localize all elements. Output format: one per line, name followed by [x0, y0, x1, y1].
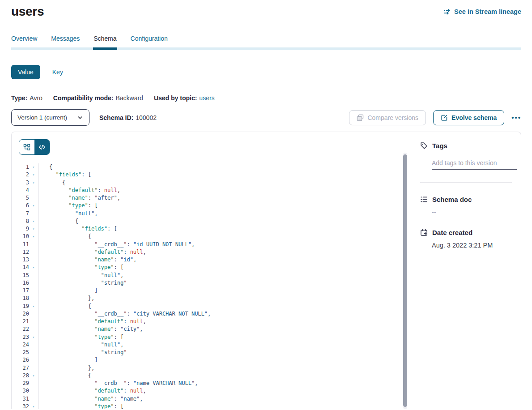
code-line[interactable]: 12 "default": null, [12, 248, 411, 256]
fold-spacer [29, 380, 38, 387]
code-line[interactable]: 17 ] [12, 287, 411, 295]
stream-lineage-link[interactable]: See in Stream lineage [443, 8, 521, 15]
code-line[interactable]: 10▾ { [12, 233, 411, 240]
code-line[interactable]: 15 "null", [12, 272, 411, 279]
fold-toggle-icon[interactable]: ▾ [29, 202, 38, 209]
more-actions-menu[interactable]: ••• [511, 114, 521, 121]
fold-toggle-icon[interactable]: ▾ [29, 233, 38, 240]
code-view-icon [38, 144, 46, 151]
schema-meta-row: Type:Avro Compatibility mode:Backward Us… [11, 94, 521, 102]
tab-underline-track [11, 47, 521, 50]
tree-view-button[interactable] [19, 140, 34, 154]
fold-spacer [29, 241, 38, 248]
code-line[interactable]: 19▾ { [12, 303, 411, 310]
evolve-schema-button[interactable]: Evolve schema [433, 110, 504, 125]
fold-toggle-icon[interactable]: ▾ [29, 163, 38, 171]
schema-editor: 1▾{2▾ "fields": [3▾ {4 "default": null,5… [12, 132, 411, 409]
code-line[interactable]: 3▾ { [12, 179, 411, 187]
code-line[interactable]: 11 "__crdb__": "id UUID NOT NULL", [12, 241, 411, 248]
fold-toggle-icon[interactable]: ▾ [29, 333, 38, 341]
tab-configuration[interactable]: Configuration [131, 35, 168, 47]
code-line[interactable]: 9▾ "fields": [ [12, 225, 411, 233]
code-line[interactable]: 31 "name": "name", [12, 395, 411, 403]
key-toggle-button[interactable]: Key [52, 68, 63, 76]
code-line[interactable]: 2▾ "fields": [ [12, 171, 411, 179]
date-created-section: Date created Aug. 3 2022 3:21 PM [420, 229, 512, 249]
fold-toggle-icon[interactable]: ▾ [29, 372, 38, 380]
compare-versions-icon [357, 114, 364, 121]
version-bar: Version 1 (current) Schema ID:100002 Com… [11, 109, 521, 126]
fold-spacer [29, 310, 38, 318]
fold-spacer [29, 325, 38, 333]
code-line[interactable]: 20 "__crdb__": "city VARCHAR NOT NULL", [12, 310, 411, 318]
tab-schema[interactable]: Schema [94, 35, 116, 47]
fold-toggle-icon[interactable]: ▾ [29, 171, 38, 179]
value-key-toggle: Value Key [11, 65, 521, 79]
code-line[interactable]: 5 "name": "after", [12, 194, 411, 202]
details-sidebar: Tags Schema doc -- [411, 132, 521, 409]
code-line[interactable]: 4 "default": null, [12, 187, 411, 194]
fold-toggle-icon[interactable]: ▾ [29, 179, 38, 187]
code-line[interactable]: 8▾ { [12, 218, 411, 225]
code-line[interactable]: 32▾ "type": [ [12, 403, 411, 409]
value-toggle-button[interactable]: Value [11, 65, 40, 79]
code-line[interactable]: 26 ] [12, 356, 411, 364]
fold-toggle-icon[interactable]: ▾ [29, 403, 38, 409]
date-created-value: Aug. 3 2022 3:21 PM [432, 242, 512, 249]
fold-toggle-icon[interactable]: ▾ [29, 303, 38, 310]
code-line[interactable]: 1▾{ [12, 163, 411, 171]
fold-spacer [29, 210, 38, 218]
calendar-plus-icon [420, 229, 428, 236]
code-line[interactable]: 6▾ "type": [ [12, 202, 411, 209]
fold-spacer [29, 279, 38, 287]
list-icon [420, 196, 428, 203]
fold-spacer [29, 248, 38, 256]
code-line[interactable]: 27 }, [12, 364, 411, 372]
fold-spacer [29, 364, 38, 372]
code-line[interactable]: 21 "default": null, [12, 318, 411, 325]
code-line[interactable]: 7 "null", [12, 210, 411, 218]
version-select[interactable]: Version 1 (current) [11, 109, 89, 126]
schema-type: Type:Avro [11, 94, 43, 102]
fold-spacer [29, 287, 38, 295]
schema-panel: 1▾{2▾ "fields": [3▾ {4 "default": null,5… [11, 132, 521, 409]
code-line[interactable]: 13 "name": "id", [12, 256, 411, 264]
topic-link[interactable]: users [199, 94, 214, 102]
code-line[interactable]: 18 }, [12, 295, 411, 302]
code-view-button[interactable] [34, 140, 50, 154]
tree-view-icon [23, 144, 30, 151]
tab-overview[interactable]: Overview [11, 35, 37, 47]
tags-input[interactable] [432, 158, 517, 170]
code-line[interactable]: 29 "__crdb__": "name VARCHAR NULL", [12, 380, 411, 387]
stream-lineage-icon [443, 9, 451, 15]
date-created-title: Date created [432, 229, 472, 236]
compare-versions-button[interactable]: Compare versions [349, 110, 426, 125]
code-line[interactable]: 25 "string" [12, 349, 411, 356]
code-lines[interactable]: 1▾{2▾ "fields": [3▾ {4 "default": null,5… [12, 163, 411, 409]
code-line[interactable]: 22 "name": "city", [12, 325, 411, 333]
chevron-down-icon [77, 115, 83, 121]
fold-spacer [29, 341, 38, 349]
used-by-topic: Used by topic:users [154, 94, 215, 102]
code-line[interactable]: 28▾ { [12, 372, 411, 380]
fold-spacer [29, 295, 38, 302]
code-line[interactable]: 30 "default": null, [12, 387, 411, 395]
fold-spacer [29, 395, 38, 403]
fold-toggle-icon[interactable]: ▾ [29, 225, 38, 233]
tab-messages[interactable]: Messages [51, 35, 80, 47]
fold-spacer [29, 194, 38, 202]
schema-doc-value: -- [432, 209, 512, 216]
editor-scrollbar-thumb[interactable] [403, 154, 407, 407]
code-line[interactable]: 16 "string" [12, 279, 411, 287]
fold-spacer [29, 318, 38, 325]
code-line[interactable]: 23▾ "type": [ [12, 333, 411, 341]
sidebar-divider [420, 182, 512, 183]
fold-toggle-icon[interactable]: ▾ [29, 218, 38, 225]
fold-toggle-icon[interactable]: ▾ [29, 264, 38, 271]
fold-spacer [29, 387, 38, 395]
fold-spacer [29, 272, 38, 279]
fold-spacer [29, 356, 38, 364]
code-line[interactable]: 24 "null", [12, 341, 411, 349]
code-line[interactable]: 14▾ "type": [ [12, 264, 411, 271]
compatibility-mode: Compatibility mode:Backward [53, 94, 143, 102]
